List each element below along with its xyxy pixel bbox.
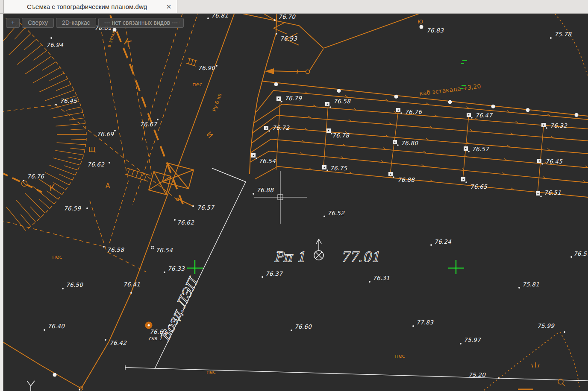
elevation-label: 76.31 bbox=[373, 274, 390, 281]
point-marker bbox=[103, 246, 105, 248]
point-marker bbox=[23, 180, 24, 181]
outline-label: 77.01 bbox=[341, 249, 380, 265]
elevation-label: 76.59 bbox=[64, 205, 81, 212]
point-marker bbox=[412, 325, 414, 327]
point-marker bbox=[44, 329, 45, 331]
elevation-label: 77.83 bbox=[416, 319, 434, 326]
elevation-label: 76.76 bbox=[27, 173, 44, 180]
point-marker bbox=[498, 377, 500, 379]
elevation-label: 76.51 bbox=[544, 189, 561, 196]
pole-point bbox=[53, 373, 57, 377]
viewport-controls: + Сверху 2D-каркас --- нет связанных вид… bbox=[6, 18, 184, 28]
tab-title: Съемка с топографическим планом.dwg bbox=[10, 3, 164, 10]
elevation-label: 76.57 bbox=[472, 146, 489, 152]
point-marker bbox=[157, 119, 159, 120]
point-marker bbox=[291, 330, 292, 331]
point-marker bbox=[207, 18, 209, 19]
elevation-label: 76.67 bbox=[140, 121, 157, 128]
elevation-label: 76.88 bbox=[256, 187, 274, 193]
elevation-label: 76.70 bbox=[278, 13, 296, 20]
point-marker bbox=[55, 104, 57, 105]
point-marker bbox=[105, 339, 106, 341]
elevation-label: 76.58 bbox=[333, 98, 351, 105]
drawing-canvas[interactable]: 76.9476.8176.8176.7076.9376.9076.4576.67… bbox=[0, 0, 588, 391]
point-dot bbox=[79, 389, 80, 391]
elevation-label: 76.50 bbox=[66, 281, 83, 288]
elevation-label: 76.24 bbox=[434, 238, 451, 245]
tab-bar: Съемка с топографическим планом.dwg ✕ bbox=[0, 0, 588, 14]
annotation-label: пес bbox=[206, 369, 216, 375]
point-marker bbox=[62, 288, 64, 289]
annotation-label: пес bbox=[52, 254, 62, 260]
close-icon[interactable]: ✕ bbox=[164, 3, 173, 11]
elevation-label: 76.90 bbox=[198, 64, 215, 71]
elevation-label: 75.81 bbox=[522, 281, 539, 288]
point-marker bbox=[276, 33, 277, 35]
elevation-label: 76.32 bbox=[550, 122, 567, 129]
elevation-label: 76.65 bbox=[470, 183, 488, 190]
elevation-label: 76.40 bbox=[47, 323, 65, 330]
elevation-label: 76.41 bbox=[123, 281, 140, 288]
elevation-label: 76.72 bbox=[272, 124, 290, 131]
elevation-label: 76.93 bbox=[280, 35, 297, 42]
point-marker bbox=[460, 343, 462, 344]
elevation-label: 76.83 bbox=[426, 27, 444, 34]
elevation-label: 75.97 bbox=[464, 336, 481, 343]
canvas-background bbox=[0, 0, 588, 391]
viewport-plus-button[interactable]: + bbox=[6, 18, 20, 28]
point-marker bbox=[253, 193, 254, 195]
elevation-label: 76.75 bbox=[330, 165, 347, 172]
point-marker bbox=[130, 292, 132, 294]
elevation-label: 76.47 bbox=[475, 112, 493, 119]
point-marker bbox=[323, 216, 325, 217]
elevation-label: 76.54 bbox=[156, 247, 173, 254]
point-marker bbox=[550, 37, 552, 39]
cad-application-window: 76.9476.8176.8176.7076.9376.9076.4576.67… bbox=[0, 0, 588, 391]
elevation-label: 76.78 bbox=[332, 132, 350, 139]
point-marker bbox=[420, 25, 423, 29]
elevation-label: 76.42 bbox=[109, 339, 127, 346]
elevation-label: 76.45 bbox=[545, 158, 563, 165]
point-marker bbox=[262, 276, 263, 278]
point-marker bbox=[430, 244, 432, 246]
elevation-label: 76.52 bbox=[327, 210, 345, 216]
elevation-label: 76.80 bbox=[401, 140, 418, 146]
document-tab[interactable]: Съемка с топографическим планом.dwg ✕ bbox=[3, 0, 177, 13]
point-marker bbox=[570, 256, 572, 258]
elevation-label: 76.54 bbox=[259, 158, 276, 164]
elevation-label: 76.69 bbox=[97, 131, 114, 137]
elevation-label: 75.99 bbox=[537, 322, 555, 329]
elevation-label: 76.94 bbox=[46, 41, 63, 48]
linked-views-button[interactable]: --- нет связанных видов --- bbox=[98, 18, 184, 28]
point-marker bbox=[369, 281, 370, 283]
elevation-label: 76.76 bbox=[405, 108, 422, 115]
elevation-label: 76.57 bbox=[573, 250, 588, 257]
elevation-label: 75.20 bbox=[468, 371, 486, 378]
annotation-label: Ю bbox=[417, 19, 423, 25]
point-marker bbox=[86, 207, 88, 209]
point-marker bbox=[192, 205, 194, 207]
annotation-label: Щ bbox=[88, 146, 95, 154]
annotation-label: пес bbox=[192, 81, 203, 88]
elevation-label: 76.62 bbox=[87, 161, 105, 168]
window-edge bbox=[0, 14, 3, 391]
elevation-label: 76.88 bbox=[397, 176, 415, 183]
point-marker bbox=[174, 219, 176, 221]
point-marker bbox=[518, 287, 520, 289]
borehole-center bbox=[148, 324, 150, 327]
elevation-label: 76.33 bbox=[168, 265, 185, 272]
view-control-button[interactable]: Сверху bbox=[22, 18, 54, 28]
annotation-label: А bbox=[106, 182, 110, 190]
point-marker bbox=[164, 271, 165, 273]
point-marker bbox=[114, 130, 116, 131]
elevation-label: 76.60 bbox=[294, 323, 312, 330]
visual-style-button[interactable]: 2D-каркас bbox=[56, 18, 96, 28]
elevation-label: 76.37 bbox=[265, 270, 283, 277]
elevation-label: 76.62 bbox=[177, 219, 194, 226]
elevation-label: 76.58 bbox=[107, 246, 124, 253]
elevation-label: 75.78 bbox=[554, 31, 572, 38]
point-marker bbox=[274, 19, 276, 21]
point-marker bbox=[109, 162, 110, 163]
point-marker bbox=[564, 331, 565, 333]
point-marker bbox=[216, 65, 218, 67]
